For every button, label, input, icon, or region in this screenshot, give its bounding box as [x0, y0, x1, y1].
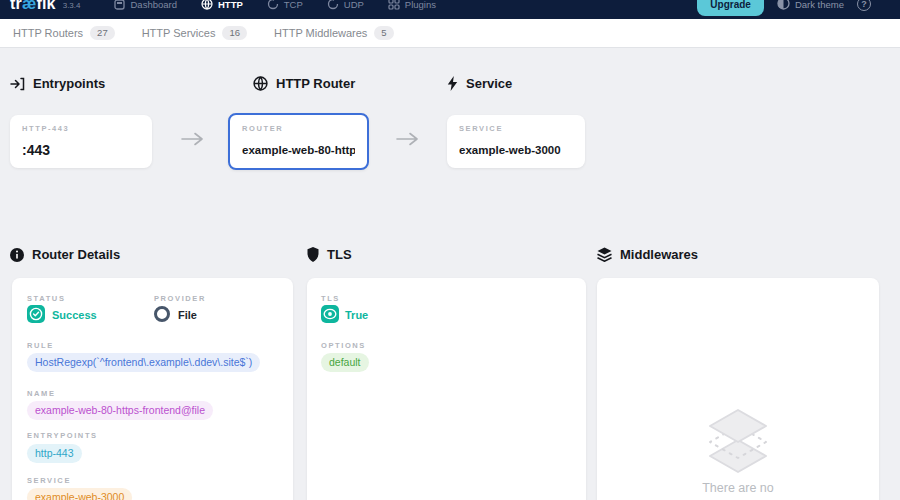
provider-label: PROVIDER: [154, 294, 206, 303]
tcp-icon: [267, 0, 279, 10]
entrypoint-card[interactable]: HTTP-443 :443: [10, 115, 152, 168]
info-icon: [10, 248, 24, 262]
menu-item-dashboard[interactable]: Dashboard: [114, 0, 176, 10]
tls-heading: TLS: [307, 247, 352, 262]
service-label: SERVICE: [27, 476, 71, 485]
upgrade-button[interactable]: Upgrade: [697, 0, 764, 16]
tab-http-services[interactable]: HTTP Services 16: [142, 26, 247, 40]
status-value: Success: [52, 309, 97, 321]
options-label: OPTIONS: [321, 341, 366, 350]
menu-label: TCP: [284, 0, 303, 10]
entrypoints-label: ENTRYPOINTS: [27, 431, 98, 440]
tab-label: HTTP Routers: [13, 27, 83, 39]
tab-count-badge: 16: [222, 26, 247, 40]
tab-http-routers[interactable]: HTTP Routers 27: [13, 26, 115, 40]
middlewares-panel: There are no: [597, 278, 879, 500]
menu-item-http[interactable]: HTTP: [201, 0, 243, 10]
dashboard-icon: [114, 0, 125, 10]
service-card[interactable]: SERVICE example-web-3000: [447, 115, 585, 168]
http-router-heading: HTTP Router: [253, 76, 355, 91]
provider-value: File: [178, 309, 197, 321]
success-check-icon: [27, 305, 45, 323]
menu-item-plugins[interactable]: Plugins: [388, 0, 436, 10]
router-card-label: ROUTER: [242, 124, 355, 133]
tab-count-badge: 27: [90, 26, 115, 40]
heading-label: Middlewares: [620, 247, 698, 262]
shield-icon: [307, 247, 319, 262]
menu-label: Plugins: [405, 0, 436, 10]
rule-label: RULE: [27, 341, 54, 350]
bolt-icon: [447, 76, 458, 91]
subnav-tabs: HTTP Routers 27 HTTP Services 16 HTTP Mi…: [0, 19, 900, 48]
router-details-panel: STATUS Success PROVIDER File RULE HostRe…: [12, 278, 293, 500]
service-card-label: SERVICE: [459, 124, 573, 133]
menu-label: UDP: [344, 0, 364, 10]
heading-label: TLS: [327, 247, 352, 262]
entrypoint-card-value: :443: [22, 142, 140, 158]
plugins-icon: [388, 0, 400, 10]
help-icon[interactable]: ?: [857, 0, 871, 11]
flow-arrow-icon: [181, 132, 205, 150]
tab-label: HTTP Services: [142, 27, 216, 39]
entrypoint-card-label: HTTP-443: [22, 124, 140, 133]
theme-label: Dark theme: [795, 0, 844, 10]
heading-label: Router Details: [32, 247, 120, 262]
middlewares-empty-text: There are no: [597, 481, 879, 495]
name-label: NAME: [27, 389, 55, 398]
udp-icon: [327, 0, 339, 10]
logo-part: fik: [36, 0, 55, 12]
service-chip: example-web-3000: [27, 488, 132, 500]
options-chip: default: [321, 353, 369, 372]
tls-label: TLS: [321, 294, 340, 303]
tls-on-toggle-icon: [321, 305, 339, 323]
menu-item-udp[interactable]: UDP: [327, 0, 364, 10]
status-label: STATUS: [27, 294, 66, 303]
globe-icon: [201, 0, 213, 10]
service-card-value: example-web-3000: [459, 144, 573, 156]
menu-item-tcp[interactable]: TCP: [267, 0, 303, 10]
logo-part: tr: [10, 0, 22, 12]
flow-arrow-icon: [396, 132, 420, 150]
heading-label: Entrypoints: [33, 76, 105, 91]
entrypoints-chip: http-443: [27, 444, 82, 463]
tls-panel: TLS True OPTIONS default: [307, 278, 586, 500]
layers-icon: [597, 247, 612, 262]
menu-label: Dashboard: [130, 0, 176, 10]
topbar-right: Upgrade Dark theme ?: [697, 0, 871, 16]
traefik-logo[interactable]: træfik: [10, 0, 56, 13]
version-label: 3.3.4: [63, 1, 81, 10]
login-arrow-icon: [10, 77, 25, 91]
menu-label: HTTP: [218, 0, 243, 10]
service-heading: Service: [447, 76, 512, 91]
router-details-heading: Router Details: [10, 247, 120, 262]
middlewares-heading: Middlewares: [597, 247, 698, 262]
heading-label: Service: [466, 76, 512, 91]
globe-icon: [253, 76, 268, 91]
top-menu: Dashboard HTTP TCP UDP Plugins: [114, 0, 436, 10]
entrypoints-heading: Entrypoints: [10, 76, 105, 91]
top-navbar: træfik 3.3.4 Dashboard HTTP TCP UDP Plug…: [0, 0, 900, 19]
theme-icon: [777, 0, 790, 12]
router-card[interactable]: ROUTER example-web-80-https…: [228, 113, 369, 170]
main-content: Entrypoints HTTP Router Service HTTP-443…: [0, 48, 900, 500]
rule-chip: HostRegexp(`^frontend\.example\.ddev\.si…: [27, 353, 260, 372]
tab-count-badge: 5: [374, 26, 393, 40]
router-card-value: example-web-80-https…: [242, 144, 355, 156]
tls-value: True: [345, 309, 368, 321]
file-provider-icon: [154, 306, 170, 322]
name-chip: example-web-80-https-frontend@file: [27, 401, 213, 420]
empty-layers-illustration: [705, 408, 771, 484]
dark-theme-toggle[interactable]: Dark theme: [777, 0, 844, 12]
logo-part-accent: æ: [22, 0, 36, 12]
tab-http-middlewares[interactable]: HTTP Middlewares 5: [274, 26, 394, 40]
heading-label: HTTP Router: [276, 76, 355, 91]
tab-label: HTTP Middlewares: [274, 27, 367, 39]
